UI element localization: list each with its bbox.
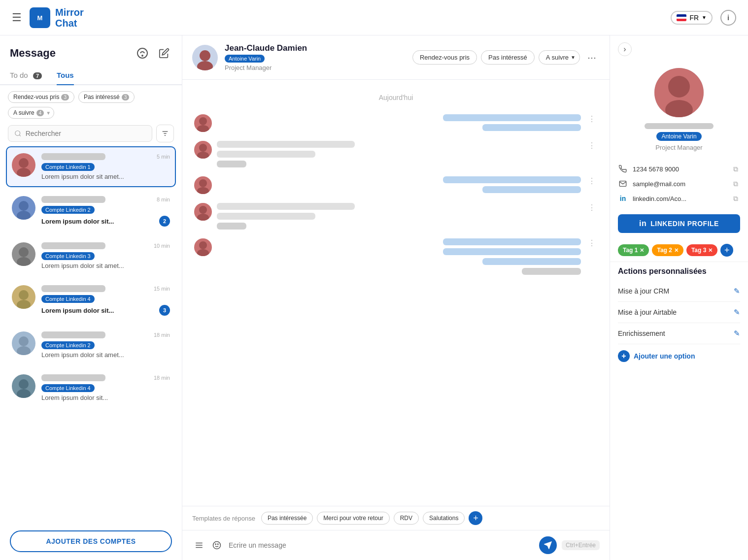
svg-point-11 [17, 211, 31, 220]
svg-point-18 [19, 379, 29, 389]
logo: M MirrorChat [30, 7, 84, 29]
menu-icon[interactable]: ☰ [12, 11, 22, 24]
filter-pas-interesse[interactable]: Pas intéressé 3 [78, 91, 135, 103]
filter-a-suivre[interactable]: A suivre 4 ▼ [8, 107, 54, 119]
conv-top: 18 min [41, 374, 170, 381]
action-rdv-button[interactable]: Rendez-vous pris [412, 50, 477, 65]
chat-support-icon[interactable] [135, 45, 150, 61]
list-icon[interactable] [192, 538, 206, 552]
message-more-icon[interactable]: ⋮ [586, 141, 598, 150]
message-bubble [522, 268, 581, 275]
chat-contact-avatar [192, 45, 218, 70]
conversation-item[interactable]: 8 min Compte Linkedin 2 Lorem ipsum dolo… [6, 189, 176, 233]
search-wrap [8, 125, 152, 142]
conversation-item[interactable]: 15 min Compte Linkedin 4 Lorem ipsum dol… [6, 278, 176, 323]
panel-toggle-button[interactable]: › [618, 42, 632, 56]
contact-info: 1234 5678 9000 ⧉ sample@mail.com ⧉ in li… [610, 159, 748, 208]
copy-linkedin-icon[interactable]: ⧉ [731, 194, 740, 203]
svg-point-15 [17, 300, 31, 309]
tag-chip-2[interactable]: Tag 2 ✕ [652, 244, 683, 256]
action-pas-interesse-button[interactable]: Pas intéressé [481, 50, 535, 65]
message-bubble [217, 203, 355, 210]
message-bubble [217, 151, 315, 158]
svg-point-4 [15, 131, 20, 136]
conv-time: 18 min [154, 375, 170, 381]
tag-remove-1[interactable]: ✕ [640, 247, 644, 254]
profile-name-bar [645, 123, 714, 129]
template-chip-4[interactable]: Salutations [423, 512, 465, 525]
svg-point-29 [197, 214, 209, 221]
tag-chip-1[interactable]: Tag 1 ✕ [618, 244, 649, 256]
info-icon[interactable]: i [720, 10, 736, 26]
profile-avatar [654, 68, 704, 117]
message-bubble [443, 238, 581, 245]
edit-crm-icon[interactable]: ✎ [734, 287, 740, 296]
emoji-icon[interactable] [210, 538, 224, 552]
profile-role: Project Manager [655, 144, 702, 151]
copy-phone-icon[interactable]: ⧉ [731, 165, 740, 173]
message-more-icon[interactable]: ⋮ [586, 114, 598, 124]
conv-preview: Lorem ipsum dolor sit... [41, 307, 114, 314]
template-chip-1[interactable]: Pas intéressée [261, 512, 313, 525]
templates-row: Templates de réponse Pas intéressée Merc… [182, 506, 610, 530]
message-more-icon[interactable]: ⋮ [586, 238, 598, 248]
compose-icon[interactable] [156, 45, 172, 61]
conversation-item[interactable]: 5 min Compte Linkedin 1 Lorem ipsum dolo… [6, 146, 176, 187]
edit-airtable-icon[interactable]: ✎ [734, 308, 740, 317]
avatar [12, 242, 35, 266]
filter-pas-count: 3 [122, 94, 130, 100]
svg-point-30 [199, 241, 207, 249]
action-suivre-button[interactable]: A suivre ▼ [539, 50, 580, 65]
tags-section: Tag 1 ✕ Tag 2 ✕ Tag 3 ✕ + [610, 239, 748, 262]
message-input-row: Ctrl+Entrée [182, 530, 610, 560]
conv-preview: Lorem ipsum dolor sit amet... [41, 173, 170, 180]
svg-point-14 [19, 290, 29, 300]
add-option-button[interactable]: + Ajouter une option [618, 344, 740, 368]
linkedin-icon: in [639, 219, 646, 228]
message-bubble [217, 213, 315, 220]
profile-tag: Antoine Varin [656, 132, 701, 141]
sidebar-title: Message [10, 47, 56, 60]
conv-preview: Lorem ipsum dolor sit amet... [41, 262, 170, 269]
template-add-button[interactable]: + [469, 511, 482, 525]
conv-account-tag: Compte Linkedin 4 [41, 384, 95, 392]
template-chip-2[interactable]: Merci pour votre retour [317, 512, 389, 525]
tag-remove-3[interactable]: ✕ [708, 247, 713, 254]
tag-chip-3[interactable]: Tag 3 ✕ [686, 244, 717, 256]
message-bubble [482, 124, 581, 131]
linkedin-value: linkedin.com/Aco... [633, 195, 686, 202]
email-value: sample@mail.com [633, 180, 685, 188]
message-more-icon[interactable]: ⋮ [586, 176, 598, 186]
template-chip-3[interactable]: RDV [394, 512, 419, 525]
tag-remove-2[interactable]: ✕ [674, 247, 679, 254]
conversation-item[interactable]: 10 min Compte Linkedin 3 Lorem ipsum dol… [6, 235, 176, 276]
action-item-enrichissement[interactable]: Enrichissement ✎ [618, 323, 740, 344]
message-row: ⋮ [194, 203, 598, 230]
language-selector[interactable]: FR ▼ [671, 11, 713, 25]
conv-account-tag: Compte Linkedin 2 [41, 341, 95, 349]
tab-tous[interactable]: Tous [57, 66, 74, 84]
message-bubble [482, 258, 581, 265]
svg-point-8 [19, 158, 29, 168]
message-input[interactable] [229, 541, 534, 549]
conversation-item[interactable]: 18 min Compte Linkedin 2 Lorem ipsum dol… [6, 325, 176, 365]
tab-todo[interactable]: To do 7 [10, 66, 42, 84]
add-accounts-button[interactable]: AJOUTER DES COMPTES [10, 530, 172, 552]
copy-email-icon[interactable]: ⧉ [731, 179, 740, 188]
edit-enrichissement-icon[interactable]: ✎ [734, 329, 740, 338]
messages-container: Aujourd'hui ⋮ [182, 80, 610, 506]
conv-body: 5 min Compte Linkedin 1 Lorem ipsum dolo… [41, 153, 170, 180]
avatar [12, 331, 35, 355]
filter-rdv[interactable]: Rendez-vous pris 3 [8, 91, 74, 103]
action-item-crm[interactable]: Mise à jour CRM ✎ [618, 281, 740, 302]
advanced-filter-icon[interactable] [156, 125, 174, 142]
linkedin-profile-button[interactable]: in LINKEDIN PROFILE [618, 214, 740, 233]
search-input[interactable] [26, 130, 146, 137]
tag-add-button[interactable]: + [720, 244, 733, 257]
action-item-airtable[interactable]: Mise à jour Airtable ✎ [618, 302, 740, 323]
chat-contact-tag: Antoine Varin [225, 55, 265, 63]
conversation-item[interactable]: 18 min Compte Linkedin 4 Lorem ipsum dol… [6, 367, 176, 408]
send-button[interactable] [539, 536, 557, 554]
more-options-icon[interactable]: ⋯ [584, 50, 600, 66]
message-more-icon[interactable]: ⋮ [586, 203, 598, 212]
